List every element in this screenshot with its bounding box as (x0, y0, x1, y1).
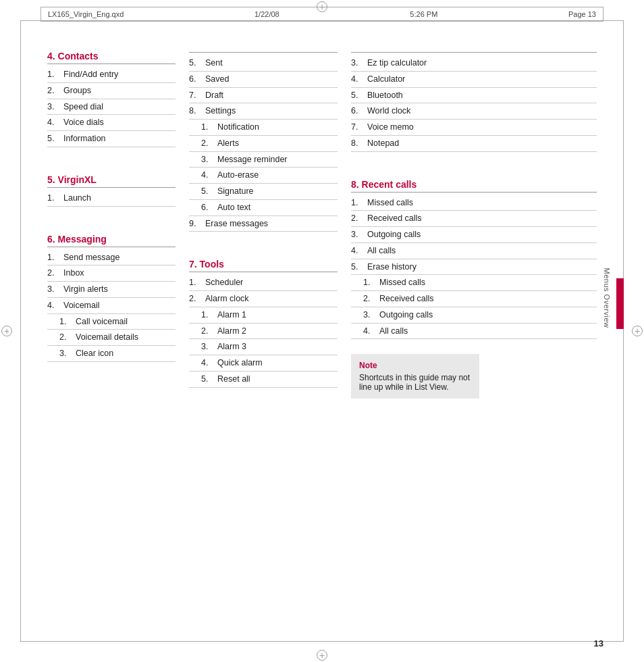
toolscont-divider (351, 52, 597, 53)
section-tools-cont: 3.Ez tip calculator 4.Calculator 5.Bluet… (351, 52, 597, 152)
list-item: 3.Speed dial (47, 99, 176, 116)
spacer (351, 167, 597, 179)
recentcalls-divider (351, 192, 597, 193)
list-item: 6.Auto text (189, 200, 338, 216)
list-item: 6.World clock (351, 103, 597, 120)
main-columns: 4. Contacts 1.Find/Add entry 2.Groups 3.… (41, 51, 603, 625)
list-item: 7.Draft (189, 88, 338, 104)
note-box: Note Shortcuts in this guide may not lin… (351, 354, 479, 399)
list-item: 3.Clear icon (47, 346, 176, 362)
list-item: 1.Missed calls (351, 275, 597, 291)
section-messaging-cont: 5.Sent 6.Saved 7.Draft 8.Settings 1.Noti… (189, 52, 338, 232)
list-item: 2.Received calls (351, 211, 597, 227)
list-item: 3.Message reminder (189, 152, 338, 168)
reg-mark-left (1, 326, 12, 336)
list-item: 4.All calls (351, 324, 597, 340)
recentcalls-title: 8. Recent calls (351, 179, 597, 190)
list-item: 2.Groups (47, 83, 176, 99)
virginxl-title: 5. VirginXL (47, 174, 176, 185)
list-item: 4.All calls (351, 243, 597, 259)
reg-mark-right (632, 326, 643, 336)
column-right: 3.Ez tip calculator 4.Calculator 5.Bluet… (344, 51, 603, 625)
list-item: 8.Notepad (351, 136, 597, 152)
contacts-title: 4. Contacts (47, 51, 176, 61)
list-item: 5.Signature (189, 184, 338, 200)
list-item: 5.Information (47, 131, 176, 147)
tools-divider (189, 272, 338, 272)
list-item: 1.Scheduler (189, 275, 338, 291)
list-item: 8.Settings (189, 103, 338, 120)
section-virginxl: 5. VirginXL 1.Launch (47, 174, 176, 207)
spacer (47, 162, 176, 174)
list-item: 2.Alarm 2 (189, 324, 338, 340)
reg-mark-bottom (317, 650, 327, 661)
list-item: 2.Alarm clock (189, 291, 338, 307)
list-item: 7.Voice memo (351, 120, 597, 136)
list-item: 1.Launch (47, 190, 176, 207)
list-item: 5.Sent (189, 55, 338, 72)
list-item: 2.Received calls (351, 291, 597, 307)
header-time: 5:26 PM (410, 10, 437, 18)
side-tab-bar (616, 278, 624, 329)
header-filename: LX165_Virgin_Eng.qxd (48, 10, 124, 18)
list-item: 5.Reset all (189, 372, 338, 388)
note-text: Shortcuts in this guide may not line up … (359, 373, 471, 392)
list-item: 3.Alarm 3 (189, 339, 338, 355)
column-middle: 5.Sent 6.Saved 7.Draft 8.Settings 1.Noti… (182, 51, 344, 625)
list-item: 3.Virgin alerts (47, 282, 176, 298)
list-item: 4.Calculator (351, 72, 597, 88)
column-left: 4. Contacts 1.Find/Add entry 2.Groups 3.… (41, 51, 182, 625)
list-item: 2.Voicemail details (47, 330, 176, 346)
msgcont-divider (189, 52, 338, 53)
section-tools: 7. Tools 1.Scheduler 2.Alarm clock 1.Ala… (189, 259, 338, 387)
section-contacts: 4. Contacts 1.Find/Add entry 2.Groups 3.… (47, 51, 176, 147)
list-item: 6.Saved (189, 72, 338, 88)
header-page: Page 13 (568, 10, 596, 18)
list-item: 4.Auto-erase (189, 168, 338, 184)
section-recentcalls: 8. Recent calls 1.Missed calls 2.Receive… (351, 179, 597, 340)
spacer (189, 247, 338, 259)
list-item: 3.Ez tip calculator (351, 55, 597, 72)
side-tab-label: Menus Overview (603, 268, 612, 328)
list-item: 4.Quick alarm (189, 355, 338, 372)
list-item: 4.Voice dials (47, 115, 176, 131)
messaging-title: 6. Messaging (47, 234, 176, 245)
list-item: 1.Find/Add entry (47, 67, 176, 83)
section-messaging: 6. Messaging 1.Send message 2.Inbox 3.Vi… (47, 234, 176, 362)
page-number: 13 (594, 638, 603, 648)
list-item: 1.Alarm 1 (189, 307, 338, 324)
list-item: 1.Call voicemail (47, 314, 176, 330)
list-item: 9.Erase messages (189, 216, 338, 232)
list-item: 2.Inbox (47, 265, 176, 282)
list-item: 5.Erase history (351, 259, 597, 276)
list-item: 5.Bluetooth (351, 88, 597, 104)
contacts-divider (47, 63, 176, 64)
list-item: 4.Voicemail (47, 298, 176, 314)
list-item: 2.Alerts (189, 136, 338, 152)
note-title: Note (359, 361, 471, 370)
header-date: 1/22/08 (254, 10, 279, 18)
reg-mark-top (317, 1, 327, 12)
tools-title: 7. Tools (189, 259, 338, 270)
list-item: 3.Outgoing calls (351, 227, 597, 243)
list-item: 1.Send message (47, 250, 176, 266)
virginxl-divider (47, 187, 176, 188)
messaging-divider (47, 247, 176, 247)
list-item: 1.Notification (189, 120, 338, 136)
spacer (47, 222, 176, 234)
list-item: 1.Missed calls (351, 195, 597, 211)
list-item: 3.Outgoing calls (351, 307, 597, 324)
